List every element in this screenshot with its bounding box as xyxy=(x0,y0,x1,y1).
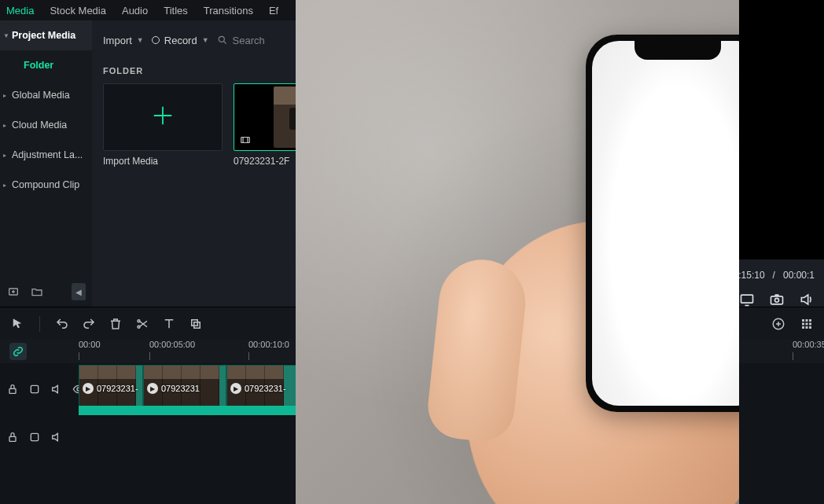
preview-viewport xyxy=(739,0,824,259)
tab-effects[interactable]: Ef xyxy=(269,5,278,17)
import-media-card[interactable]: Import Media xyxy=(103,83,223,167)
ruler-tick-label: 00:00:10:0 xyxy=(248,340,289,349)
sidebar-item-label: Compound Clip xyxy=(12,179,79,190)
svg-rect-22 xyxy=(9,388,16,393)
tab-stock-media[interactable]: Stock Media xyxy=(50,5,106,17)
sidebar-item-adjustment-layer[interactable]: ▸ Adjustment La... xyxy=(0,140,92,170)
text-icon[interactable] xyxy=(161,316,177,332)
play-icon: ▶ xyxy=(147,383,158,394)
search-input[interactable]: Search xyxy=(217,35,265,46)
svg-rect-19 xyxy=(802,326,804,329)
svg-rect-2 xyxy=(241,138,250,143)
pointer-tool-icon[interactable] xyxy=(9,316,25,332)
audio-waveform-strip xyxy=(79,406,297,415)
svg-rect-5 xyxy=(741,295,753,303)
svg-rect-21 xyxy=(809,326,811,329)
snapshot-icon[interactable] xyxy=(769,292,785,307)
chevron-down-icon: ▼ xyxy=(137,36,144,44)
tab-titles[interactable]: Titles xyxy=(164,5,188,17)
sidebar-item-compound-clip[interactable]: ▸ Compound Clip xyxy=(0,170,92,200)
view-options-icon[interactable] xyxy=(799,316,815,332)
sidebar-item-label: Cloud Media xyxy=(12,120,67,131)
search-placeholder: Search xyxy=(233,35,265,46)
ruler-tick-label: 00:00:05:00 xyxy=(149,340,195,349)
mute-icon[interactable] xyxy=(50,383,63,395)
sidebar-item-project-media[interactable]: ▼ Project Media xyxy=(0,20,92,50)
target-icon[interactable] xyxy=(28,383,41,395)
chevron-right-icon: ▸ xyxy=(3,122,6,129)
delete-icon[interactable] xyxy=(108,316,123,332)
preview-time-display: 0:15:10 / 00:00:1 xyxy=(734,263,824,287)
svg-rect-17 xyxy=(806,322,808,325)
phone-mockup xyxy=(586,35,739,412)
sidebar-item-folder[interactable]: Folder xyxy=(0,50,92,80)
mute-icon[interactable] xyxy=(50,431,63,443)
timeline-clip[interactable]: ▶ 07923231 xyxy=(143,365,226,412)
sidebar-item-label: Project Media xyxy=(12,30,75,41)
clip-label: 07923231- xyxy=(245,384,286,393)
track-header xyxy=(0,431,79,443)
tab-media[interactable]: Media xyxy=(6,5,34,17)
chevron-right-icon: ▸ xyxy=(3,182,6,189)
new-bin-icon[interactable] xyxy=(6,285,20,299)
svg-point-7 xyxy=(775,298,779,302)
sidebar-item-cloud-media[interactable]: ▸ Cloud Media xyxy=(0,110,92,140)
video-icon xyxy=(239,134,252,145)
volume-icon[interactable] xyxy=(799,292,815,307)
tab-audio[interactable]: Audio xyxy=(122,5,148,17)
foreground-overlay-image xyxy=(296,0,739,504)
timeline-clip[interactable]: ▶ 07923231- xyxy=(79,365,143,412)
record-icon xyxy=(152,36,160,44)
record-dropdown[interactable]: Record ▼ xyxy=(152,35,209,46)
svg-point-8 xyxy=(138,319,140,322)
sidebar-item-label: Adjustment La... xyxy=(12,149,83,160)
svg-rect-23 xyxy=(31,385,38,392)
svg-rect-6 xyxy=(771,296,783,304)
clip-row: ▶ 07923231- ▶ 07923231 ▶ 07923231- xyxy=(79,365,297,412)
split-icon[interactable] xyxy=(134,316,150,332)
lock-icon[interactable] xyxy=(6,431,19,443)
record-label: Record xyxy=(164,35,197,46)
total-time: 00:00:1 xyxy=(783,270,815,281)
target-icon[interactable] xyxy=(28,431,41,443)
ruler-tick-label: 00:00:35:00 xyxy=(793,340,824,349)
redo-icon[interactable] xyxy=(81,316,97,332)
import-dropdown[interactable]: Import ▼ xyxy=(103,35,144,46)
clip-label: 07923231 xyxy=(161,384,200,393)
svg-point-1 xyxy=(219,36,224,42)
chevron-right-icon: ▸ xyxy=(3,92,6,99)
sidebar-item-label: Folder xyxy=(24,60,53,71)
svg-rect-18 xyxy=(809,322,811,325)
svg-rect-26 xyxy=(31,433,38,440)
sidebar-bottom-tools: ◀ xyxy=(0,277,92,307)
undo-icon[interactable] xyxy=(54,316,70,332)
svg-point-9 xyxy=(138,326,140,328)
crop-icon[interactable] xyxy=(188,316,204,332)
svg-rect-20 xyxy=(806,326,808,329)
lock-icon[interactable] xyxy=(6,383,19,395)
track-header xyxy=(0,383,79,395)
chevron-down-icon: ▼ xyxy=(202,36,209,44)
svg-rect-14 xyxy=(806,319,808,322)
preview-tools xyxy=(739,288,824,311)
sidebar-item-global-media[interactable]: ▸ Global Media xyxy=(0,80,92,110)
plus-icon xyxy=(151,104,175,131)
timeline-clip[interactable]: ▶ 07923231- xyxy=(226,365,297,412)
chevron-right-icon: ▸ xyxy=(3,152,6,159)
add-track-icon[interactable] xyxy=(771,316,786,332)
new-folder-icon[interactable] xyxy=(30,285,44,299)
link-toggle-icon[interactable] xyxy=(9,343,27,360)
svg-rect-25 xyxy=(9,436,16,441)
play-icon: ▶ xyxy=(230,383,241,394)
card-label: Import Media xyxy=(103,156,223,167)
svg-rect-15 xyxy=(809,319,811,322)
chevron-down-icon: ▼ xyxy=(3,32,9,39)
svg-rect-16 xyxy=(802,322,804,325)
sidebar-item-label: Global Media xyxy=(12,90,70,101)
clip-label: 07923231- xyxy=(97,384,138,393)
svg-rect-13 xyxy=(802,319,804,322)
tab-transitions[interactable]: Transitions xyxy=(204,5,253,17)
screen-icon[interactable] xyxy=(739,292,755,307)
collapse-sidebar-button[interactable]: ◀ xyxy=(72,283,86,300)
sidebar: ▼ Project Media Folder ▸ Global Media ▸ … xyxy=(0,20,92,307)
